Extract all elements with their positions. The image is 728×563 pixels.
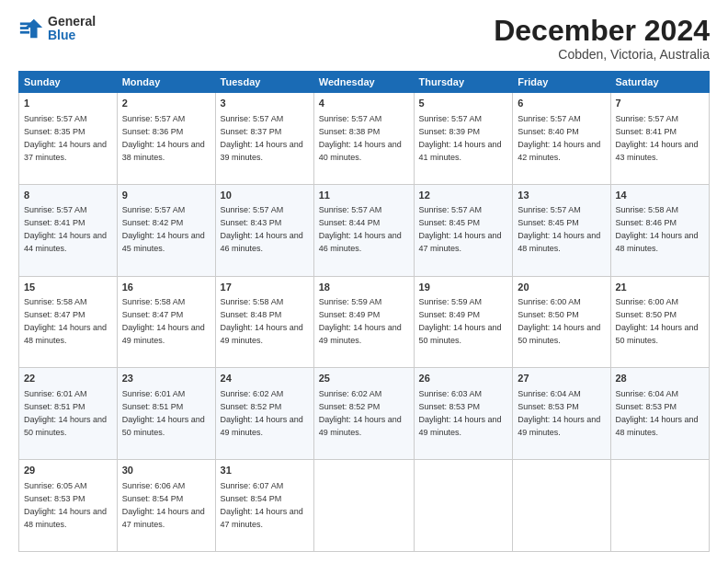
day-number: 25 (319, 372, 409, 385)
day-info: Sunrise: 5:58 AMSunset: 8:47 PMDaylight:… (122, 297, 205, 345)
day-number: 20 (518, 281, 605, 294)
day-cell: 12Sunrise: 5:57 AMSunset: 8:45 PMDayligh… (414, 184, 513, 276)
calendar-table: Sunday Monday Tuesday Wednesday Thursday… (18, 71, 710, 552)
day-cell: 8Sunrise: 5:57 AMSunset: 8:41 PMDaylight… (19, 184, 118, 276)
day-info: Sunrise: 6:03 AMSunset: 8:53 PMDaylight:… (419, 389, 502, 437)
day-info: Sunrise: 6:02 AMSunset: 8:52 PMDaylight:… (319, 389, 402, 437)
day-cell: 21Sunrise: 6:00 AMSunset: 8:50 PMDayligh… (610, 276, 710, 368)
day-cell: 25Sunrise: 6:02 AMSunset: 8:52 PMDayligh… (313, 368, 414, 460)
day-cell: 16Sunrise: 5:58 AMSunset: 8:47 PMDayligh… (117, 276, 215, 368)
day-info: Sunrise: 5:57 AMSunset: 8:40 PMDaylight:… (518, 114, 600, 162)
header-row: Sunday Monday Tuesday Wednesday Thursday… (19, 72, 710, 93)
day-cell: 13Sunrise: 5:57 AMSunset: 8:45 PMDayligh… (513, 184, 610, 276)
day-number: 6 (518, 97, 605, 110)
day-cell: 1Sunrise: 5:57 AMSunset: 8:35 PMDaylight… (19, 93, 118, 185)
logo: General Blue (18, 15, 96, 43)
day-number: 14 (616, 189, 705, 202)
day-cell: 24Sunrise: 6:02 AMSunset: 8:52 PMDayligh… (215, 368, 313, 460)
header: General Blue December 2024 Cobden, Victo… (18, 15, 710, 62)
day-cell: 10Sunrise: 5:57 AMSunset: 8:43 PMDayligh… (215, 184, 313, 276)
day-number: 30 (122, 464, 210, 477)
day-info: Sunrise: 6:04 AMSunset: 8:53 PMDaylight:… (518, 389, 600, 437)
logo-blue: Blue (48, 29, 96, 42)
day-info: Sunrise: 6:07 AMSunset: 8:54 PMDaylight:… (221, 481, 303, 529)
title-block: December 2024 Cobden, Victoria, Australi… (494, 15, 710, 62)
day-number: 15 (24, 281, 112, 294)
day-cell: 26Sunrise: 6:03 AMSunset: 8:53 PMDayligh… (414, 368, 513, 460)
day-info: Sunrise: 5:59 AMSunset: 8:49 PMDaylight:… (419, 297, 502, 345)
day-number: 12 (419, 189, 508, 202)
day-cell: 11Sunrise: 5:57 AMSunset: 8:44 PMDayligh… (313, 184, 414, 276)
day-number: 23 (122, 372, 210, 385)
day-cell: 5Sunrise: 5:57 AMSunset: 8:39 PMDaylight… (414, 93, 513, 185)
day-info: Sunrise: 5:57 AMSunset: 8:39 PMDaylight:… (419, 114, 502, 162)
logo-icon (18, 16, 44, 41)
day-cell (513, 460, 610, 552)
day-number: 17 (221, 281, 309, 294)
day-info: Sunrise: 6:04 AMSunset: 8:53 PMDaylight:… (616, 389, 699, 437)
day-cell: 17Sunrise: 5:58 AMSunset: 8:48 PMDayligh… (215, 276, 313, 368)
day-info: Sunrise: 6:05 AMSunset: 8:53 PMDaylight:… (24, 481, 107, 529)
day-cell (610, 460, 710, 552)
day-cell: 15Sunrise: 5:58 AMSunset: 8:47 PMDayligh… (19, 276, 118, 368)
svg-rect-3 (20, 28, 28, 30)
day-number: 7 (616, 97, 705, 110)
svg-rect-4 (20, 31, 29, 34)
week-row-5: 29Sunrise: 6:05 AMSunset: 8:53 PMDayligh… (19, 460, 710, 552)
day-number: 28 (616, 372, 705, 385)
day-info: Sunrise: 5:58 AMSunset: 8:47 PMDaylight:… (24, 297, 107, 345)
logo-general: General (48, 15, 96, 29)
day-info: Sunrise: 5:57 AMSunset: 8:45 PMDaylight:… (518, 205, 600, 253)
week-row-4: 22Sunrise: 6:01 AMSunset: 8:51 PMDayligh… (19, 368, 710, 460)
day-info: Sunrise: 5:59 AMSunset: 8:49 PMDaylight:… (319, 297, 402, 345)
day-info: Sunrise: 6:00 AMSunset: 8:50 PMDaylight:… (518, 297, 600, 345)
day-cell: 30Sunrise: 6:06 AMSunset: 8:54 PMDayligh… (117, 460, 215, 552)
col-saturday: Saturday (610, 72, 710, 93)
day-number: 9 (122, 189, 210, 202)
day-number: 22 (24, 372, 112, 385)
day-number: 2 (122, 97, 210, 110)
day-number: 13 (518, 189, 605, 202)
day-cell (414, 460, 513, 552)
day-cell: 2Sunrise: 5:57 AMSunset: 8:36 PMDaylight… (117, 93, 215, 185)
day-cell: 14Sunrise: 5:58 AMSunset: 8:46 PMDayligh… (610, 184, 710, 276)
logo-text: General Blue (48, 15, 96, 43)
month-title: December 2024 (494, 15, 710, 47)
day-info: Sunrise: 6:00 AMSunset: 8:50 PMDaylight:… (616, 297, 699, 345)
svg-rect-2 (20, 23, 30, 26)
day-number: 31 (221, 464, 309, 477)
day-info: Sunrise: 6:01 AMSunset: 8:51 PMDaylight:… (122, 389, 205, 437)
week-row-1: 1Sunrise: 5:57 AMSunset: 8:35 PMDaylight… (19, 93, 710, 185)
day-number: 24 (221, 372, 309, 385)
day-number: 11 (319, 189, 409, 202)
day-cell: 22Sunrise: 6:01 AMSunset: 8:51 PMDayligh… (19, 368, 118, 460)
day-info: Sunrise: 6:02 AMSunset: 8:52 PMDaylight:… (221, 389, 303, 437)
day-number: 19 (419, 281, 508, 294)
day-info: Sunrise: 5:58 AMSunset: 8:46 PMDaylight:… (616, 205, 699, 253)
day-info: Sunrise: 5:57 AMSunset: 8:45 PMDaylight:… (419, 205, 502, 253)
day-number: 27 (518, 372, 605, 385)
calendar-page: General Blue December 2024 Cobden, Victo… (0, 0, 728, 563)
day-cell: 3Sunrise: 5:57 AMSunset: 8:37 PMDaylight… (215, 93, 313, 185)
week-row-3: 15Sunrise: 5:58 AMSunset: 8:47 PMDayligh… (19, 276, 710, 368)
day-cell: 23Sunrise: 6:01 AMSunset: 8:51 PMDayligh… (117, 368, 215, 460)
day-number: 29 (24, 464, 112, 477)
day-info: Sunrise: 6:01 AMSunset: 8:51 PMDaylight:… (24, 389, 107, 437)
day-number: 8 (24, 189, 112, 202)
day-number: 4 (319, 97, 409, 110)
day-cell: 7Sunrise: 5:57 AMSunset: 8:41 PMDaylight… (610, 93, 710, 185)
day-number: 21 (616, 281, 705, 294)
day-cell: 27Sunrise: 6:04 AMSunset: 8:53 PMDayligh… (513, 368, 610, 460)
day-cell: 18Sunrise: 5:59 AMSunset: 8:49 PMDayligh… (313, 276, 414, 368)
day-cell: 20Sunrise: 6:00 AMSunset: 8:50 PMDayligh… (513, 276, 610, 368)
day-number: 10 (221, 189, 309, 202)
col-tuesday: Tuesday (215, 72, 313, 93)
day-info: Sunrise: 5:57 AMSunset: 8:44 PMDaylight:… (319, 205, 402, 253)
day-info: Sunrise: 5:57 AMSunset: 8:41 PMDaylight:… (616, 114, 699, 162)
col-sunday: Sunday (19, 72, 118, 93)
day-number: 1 (24, 97, 112, 110)
location: Cobden, Victoria, Australia (494, 47, 710, 62)
day-info: Sunrise: 5:58 AMSunset: 8:48 PMDaylight:… (221, 297, 303, 345)
day-cell: 29Sunrise: 6:05 AMSunset: 8:53 PMDayligh… (19, 460, 118, 552)
day-cell: 4Sunrise: 5:57 AMSunset: 8:38 PMDaylight… (313, 93, 414, 185)
